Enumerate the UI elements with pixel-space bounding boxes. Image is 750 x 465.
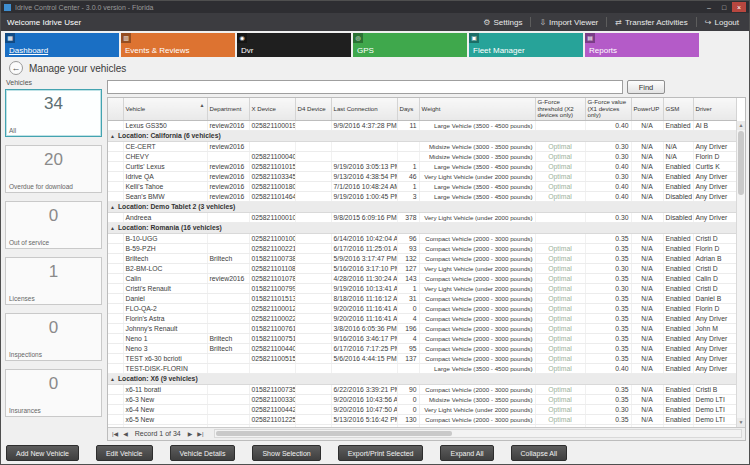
column-header-x-device[interactable]: X Device — [249, 98, 295, 120]
vehicle-row[interactable]: Neno 3Briltech0258211004406/17/2016 7:17… — [108, 344, 736, 354]
vehicle-row[interactable]: CHEVY025821100040Midsize Vehicle (3000 -… — [108, 152, 736, 162]
vehicle-row[interactable]: B2-BM-LOC0258211011085/16/2016 3:17:10 P… — [108, 264, 736, 274]
topbar-action-transfer-activities[interactable]: ⇄Transfer Activities — [611, 18, 692, 27]
scroll-down-icon[interactable]: ▼ — [737, 418, 745, 427]
vehicle-row[interactable]: x6-3 New0258211003309/20/2016 10:43:56 A… — [108, 395, 736, 405]
prev-record-button[interactable]: ◀ — [122, 430, 129, 437]
column-header-vehicle[interactable]: Vehicle▲ — [123, 98, 207, 120]
vehicle-row[interactable]: Cristi's Renault0158211007999/19/2016 10… — [108, 284, 736, 294]
column-header-department[interactable]: Department — [207, 98, 249, 120]
stat-card-all[interactable]: 34All — [5, 89, 102, 137]
stat-card-out-of-service[interactable]: 0Out of service — [5, 201, 102, 249]
add-new-vehicle-button[interactable]: Add New Vehicle — [6, 445, 79, 461]
vehicle-row[interactable]: Curtis' Lexusreview20160258211010159/19/… — [108, 162, 736, 172]
cell-d4 — [295, 152, 331, 162]
next-record-button[interactable]: ▶ — [187, 430, 194, 437]
vehicle-details-button[interactable]: Vehicle Details — [170, 445, 236, 461]
vehicle-row[interactable]: x6-6 New025821101338 — [108, 425, 736, 427]
column-header-weight[interactable]: Weight — [419, 98, 535, 120]
cell-expand — [108, 162, 123, 172]
stat-card-licenses[interactable]: 1Licenses — [5, 257, 102, 305]
close-button[interactable]: × — [732, 2, 746, 12]
vehicle-row[interactable]: x6-5 New0258211012255/13/2016 5:16:42 PM… — [108, 415, 736, 425]
group-row[interactable]: ▲Location: X6 (9 vehicles) — [108, 374, 736, 385]
vehicle-row[interactable]: Lexus GS350review20160258211000199/9/201… — [108, 121, 736, 131]
vehicle-row[interactable]: Idrive QAreview20160258211033459/13/2016… — [108, 172, 736, 182]
tab-fleet-manager[interactable]: ▣Fleet Manager — [469, 33, 583, 57]
cell-days: 0 — [397, 405, 419, 415]
cell-conn: 8/18/2016 11:16:12 AM — [331, 294, 397, 304]
column-header-g-force-threshold-x2-devices-only[interactable]: G-Force threshold (X2 devices only) — [535, 98, 585, 120]
vehicle-row[interactable]: Daniel0158211015138/18/2016 11:16:12 AM3… — [108, 294, 736, 304]
edit-vehicle-button[interactable]: Edit Vehicle — [96, 445, 153, 461]
column-header-last-connection[interactable]: Last Connection — [331, 98, 397, 120]
topbar-action-logout[interactable]: ↪Logout — [701, 18, 743, 27]
group-row[interactable]: ▲Location: California (6 vehicles) — [108, 131, 736, 142]
column-header-g-force-value-x1-devices-only[interactable]: G-Force value (X1 devices only) — [585, 98, 631, 120]
cell-xdev: 025821101108 — [249, 264, 295, 274]
vehicle-row[interactable]: Sean's BMWreview20160258211014649/19/201… — [108, 192, 736, 202]
vehicle-row[interactable]: Florin's Astra0258211000229/20/2016 11:1… — [108, 314, 736, 324]
cell-d4 — [295, 192, 331, 202]
vehicle-row[interactable]: B-10-UGG0258211001006/14/2016 10:42:04 A… — [108, 234, 736, 244]
cell-weight: Very Light Vehicle (under 2000 pounds) — [419, 284, 535, 294]
find-button[interactable]: Find — [627, 80, 665, 94]
tab-events-reviews[interactable]: ▥Events & Reviews — [121, 33, 235, 57]
fleet-truck-icon: ▣ — [469, 33, 479, 43]
tab-gps[interactable]: ◎GPS — [353, 33, 467, 57]
vehicle-row[interactable]: TEST x6-30 bcrioti0258211005155/6/2016 4… — [108, 354, 736, 364]
vehicle-row[interactable]: Neno 1Briltech0158211007519/16/2016 3:46… — [108, 334, 736, 344]
column-header-driver[interactable]: Driver — [693, 98, 736, 120]
vehicle-row[interactable]: TEST-DISK-FLORINLarge Vehicle (3500 - 45… — [108, 364, 736, 374]
cell-pwr: N/A — [631, 385, 663, 395]
column-header-gsm[interactable]: GSM — [663, 98, 693, 120]
stat-card-overdue-for-download[interactable]: 20Overdue for download — [5, 145, 102, 193]
vehicle-row[interactable]: Johnny's Renault0158211007613/8/2016 6:0… — [108, 324, 736, 334]
show-selection-button[interactable]: Show Selection — [252, 445, 320, 461]
vehicle-row[interactable]: Andreea0258211000109/8/2015 6:09:16 PM37… — [108, 213, 736, 223]
cell-pwr: N/A — [631, 182, 663, 192]
cell-vehicle: CHEVY — [123, 152, 207, 162]
vehicle-row[interactable]: x6-11 borati0158211007356/22/2016 3:39:2… — [108, 385, 736, 395]
tab-dashboard[interactable]: ▦Dashboard — [5, 33, 119, 57]
scroll-up-icon[interactable]: ▲ — [737, 121, 745, 130]
vehicle-row[interactable]: FLO-QA-20258211000129/20/2016 11:16:41 A… — [108, 304, 736, 314]
tab-dvr[interactable]: ◉Dvr — [237, 33, 351, 57]
search-input[interactable] — [107, 80, 623, 94]
tab-reports[interactable]: ▤Reports — [585, 33, 699, 57]
export-print-selected-button[interactable]: Export/Print Selected — [338, 445, 424, 461]
cell-vehicle: Kelli's Tahoe — [123, 182, 207, 192]
topbar-action-settings[interactable]: ⚙Settings — [479, 18, 526, 27]
horizontal-scrollbar-thumb[interactable] — [216, 431, 453, 436]
maximize-button[interactable]: □ — [717, 2, 731, 12]
group-row[interactable]: ▲Location: Romania (16 vehicles) — [108, 223, 736, 234]
cell-expand — [108, 121, 123, 131]
back-button[interactable]: ← — [9, 61, 23, 75]
stat-card-insurances[interactable]: 0Insurances — [5, 369, 102, 417]
group-row[interactable]: ▲Location: Demo Tablet 2 (3 vehicles) — [108, 202, 736, 213]
cell-dept — [207, 152, 249, 162]
last-record-button[interactable]: ▶| — [196, 430, 204, 437]
topbar-actions: ⚙Settings⇩Import Viewer⇄Transfer Activit… — [479, 17, 743, 27]
first-record-button[interactable]: |◀ — [111, 430, 119, 437]
horizontal-scrollbar[interactable] — [214, 429, 742, 438]
vehicle-row[interactable]: B-59-PZH0258211002216/17/2016 11:25:01 A… — [108, 244, 736, 254]
column-header-d4-device[interactable]: D4 Device — [295, 98, 331, 120]
cell-weight: Very Light Vehicle (under 2000 pounds) — [419, 405, 535, 415]
cell-gsm: Enabled — [663, 314, 693, 324]
expand-all-button[interactable]: Expand All — [440, 445, 493, 461]
vertical-scrollbar-thumb[interactable] — [738, 131, 744, 195]
column-header-days[interactable]: Days — [397, 98, 419, 120]
vehicle-row[interactable]: BriltechBriltech0158211007385/9/2016 3:1… — [108, 254, 736, 264]
minimize-button[interactable]: – — [702, 2, 716, 12]
stat-card-inspections[interactable]: 0Inspections — [5, 313, 102, 361]
topbar-action-import-viewer[interactable]: ⇩Import Viewer — [535, 18, 602, 27]
collapse-all-button[interactable]: Collapse All — [511, 445, 568, 461]
vehicle-row[interactable]: Calinreview20160258211010784/28/2016 11:… — [108, 274, 736, 284]
column-header-powerup[interactable]: PowerUP — [631, 98, 663, 120]
vehicle-row[interactable]: CE-CERTreview2016Midsize Vehicle (3000 -… — [108, 142, 736, 152]
vertical-scrollbar[interactable]: ▲ ▼ — [736, 121, 745, 427]
vehicle-row[interactable]: x6-4 New0258211004429/20/2016 10:47:50 A… — [108, 405, 736, 415]
cell-vehicle: Cristi's Renault — [123, 284, 207, 294]
vehicle-row[interactable]: Kelli's Tahoereview20160258211001807/1/2… — [108, 182, 736, 192]
